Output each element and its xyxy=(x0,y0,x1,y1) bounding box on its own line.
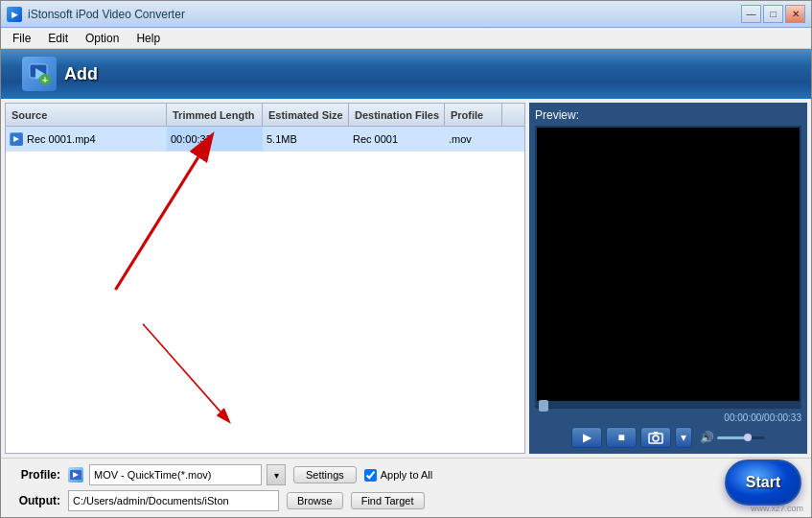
camera-dropdown[interactable]: ▾ xyxy=(675,427,692,448)
close-button[interactable]: ✕ xyxy=(785,5,805,23)
preview-screen xyxy=(535,126,801,403)
svg-point-11 xyxy=(653,436,659,441)
apply-all-checkbox[interactable] xyxy=(364,469,377,482)
profile-icon xyxy=(68,467,83,483)
header-profile: Profile xyxy=(445,104,502,126)
menu-help[interactable]: Help xyxy=(128,30,168,47)
svg-line-9 xyxy=(143,324,220,412)
settings-button[interactable]: Settings xyxy=(293,466,357,483)
browse-button[interactable]: Browse xyxy=(287,492,343,509)
menu-file[interactable]: File xyxy=(5,30,38,47)
cell-profile: .mov xyxy=(445,133,502,145)
table-row[interactable]: Rec 0001.mp4 00:00:33 5.1MB Rec 0001 .mo… xyxy=(6,127,524,152)
preview-timecode: 00:00:00/00:00:33 xyxy=(535,412,801,423)
window-title: iStonsoft iPod Video Converter xyxy=(28,8,185,21)
file-list-panel: Source Trimmed Length Estimated Size Des… xyxy=(5,103,525,454)
menu-bar: File Edit Option Help xyxy=(1,28,811,49)
volume-thumb[interactable] xyxy=(744,434,752,441)
bottom-bar: Profile: ▾ Settings Apply to All Output: xyxy=(1,458,811,517)
annotation-arrow xyxy=(6,127,524,453)
title-bar: ▶ iStonsoft iPod Video Converter — □ ✕ xyxy=(1,1,811,28)
preview-label: Preview: xyxy=(535,108,801,122)
cell-trimmed: 00:00:33 xyxy=(167,127,263,151)
table-body: Rec 0001.mp4 00:00:33 5.1MB Rec 0001 .mo… xyxy=(6,127,524,453)
main-content: Source Trimmed Length Estimated Size Des… xyxy=(1,99,811,458)
profile-dropdown-arrow[interactable]: ▾ xyxy=(267,464,286,485)
app-icon: ▶ xyxy=(7,7,22,22)
cell-estimated: 5.1MB xyxy=(263,133,349,145)
header-estimated: Estimated Size xyxy=(263,104,349,126)
apply-all-label: Apply to All xyxy=(381,469,432,481)
preview-controls: ▶ ■ ▾ 🔊 xyxy=(535,427,801,448)
window-controls: — □ ✕ xyxy=(741,5,805,23)
cell-source: Rec 0001.mp4 xyxy=(6,132,167,146)
profile-label: Profile: xyxy=(11,468,60,482)
svg-marker-12 xyxy=(653,432,659,434)
profile-row: Profile: ▾ Settings Apply to All xyxy=(11,464,801,485)
add-icon: + xyxy=(22,57,57,91)
watermark: www.xz7.com xyxy=(751,504,803,513)
start-button-wrap: Start xyxy=(725,459,801,506)
progress-thumb[interactable] xyxy=(539,400,548,412)
file-icon xyxy=(10,132,23,146)
profile-select-wrap: ▾ xyxy=(68,464,286,485)
cell-destination: Rec 0001 xyxy=(349,133,445,145)
maximize-button[interactable]: □ xyxy=(763,5,783,23)
profile-input[interactable] xyxy=(89,464,262,485)
svg-line-7 xyxy=(115,157,197,290)
menu-edit[interactable]: Edit xyxy=(40,30,76,47)
volume-track[interactable] xyxy=(717,436,765,439)
output-row: Output: Browse Find Target xyxy=(11,490,801,511)
volume-fill xyxy=(717,436,746,439)
add-button[interactable]: + Add xyxy=(11,53,109,95)
annotation-arrow-2 xyxy=(102,318,370,453)
toolbar: + Add xyxy=(1,49,811,99)
preview-progress-bar[interactable] xyxy=(535,403,801,409)
find-target-button[interactable]: Find Target xyxy=(351,492,425,509)
output-label: Output: xyxy=(11,494,60,507)
volume-icon: 🔊 xyxy=(700,431,714,444)
minimize-button[interactable]: — xyxy=(741,5,761,23)
header-source: Source xyxy=(6,104,167,126)
snapshot-button[interactable] xyxy=(640,427,671,448)
add-label: Add xyxy=(64,64,98,84)
preview-panel: Preview: 00:00:00/00:00:33 ▶ ■ ▾ 🔊 xyxy=(529,103,807,454)
play-button[interactable]: ▶ xyxy=(571,427,602,448)
table-header: Source Trimmed Length Estimated Size Des… xyxy=(6,104,524,127)
header-trimmed: Trimmed Length xyxy=(167,104,263,126)
output-path-input[interactable] xyxy=(68,490,279,511)
menu-option[interactable]: Option xyxy=(78,30,127,47)
start-button[interactable]: Start xyxy=(725,459,801,506)
apply-all-wrap: Apply to All xyxy=(364,469,432,482)
stop-button[interactable]: ■ xyxy=(606,427,637,448)
volume-control[interactable]: 🔊 xyxy=(700,431,765,444)
svg-text:+: + xyxy=(42,75,48,85)
header-destination: Destination Files xyxy=(349,104,445,126)
